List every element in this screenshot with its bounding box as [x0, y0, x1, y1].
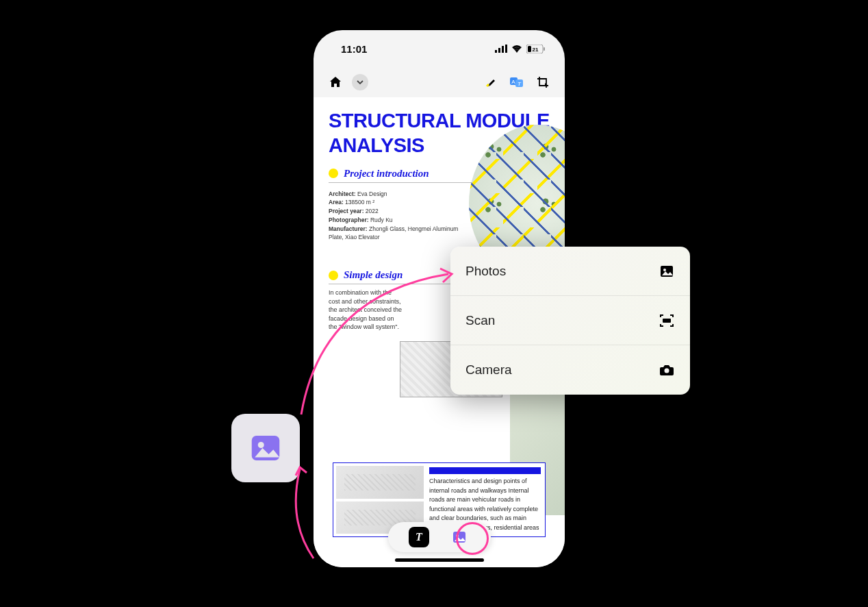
status-time: 11:01 — [341, 43, 367, 55]
text-mode-button[interactable]: T — [409, 527, 429, 547]
bullet-icon — [329, 271, 338, 280]
image-tool-callout — [231, 414, 300, 482]
mode-switcher-pill: T — [388, 522, 491, 552]
svg-rect-1 — [498, 48, 500, 53]
image-icon — [451, 529, 468, 545]
translate-tool-button[interactable]: AT — [507, 73, 526, 92]
chevron-down-button[interactable] — [352, 74, 368, 90]
svg-point-15 — [258, 442, 264, 448]
photos-icon — [659, 263, 675, 280]
wifi-icon — [511, 45, 522, 53]
svg-point-17 — [663, 269, 666, 271]
image-mode-button[interactable] — [449, 527, 470, 547]
crop-icon — [537, 76, 549, 88]
popup-item-scan[interactable]: Scan — [450, 296, 690, 345]
bullet-icon — [329, 169, 338, 178]
svg-rect-6 — [528, 46, 531, 52]
home-indicator[interactable] — [395, 558, 484, 562]
highlight-tool-button[interactable] — [481, 73, 500, 92]
section-header-intro: Project introduction — [329, 168, 472, 183]
battery-icon: 21 — [526, 45, 546, 53]
scan-icon — [659, 312, 675, 329]
cellular-icon — [495, 45, 507, 53]
chevron-down-icon — [356, 78, 364, 86]
image-icon — [247, 430, 284, 467]
svg-rect-18 — [663, 319, 671, 323]
popup-item-camera[interactable]: Camera — [450, 345, 690, 395]
svg-rect-5 — [544, 47, 545, 51]
camera-icon — [659, 362, 675, 378]
svg-point-13 — [456, 534, 459, 537]
status-right: 21 — [495, 45, 546, 53]
highlighter-icon — [485, 76, 497, 88]
section-body: In combination with the cost and other c… — [329, 288, 404, 332]
image-source-popup: Photos Scan Camera — [450, 247, 690, 395]
popup-item-photos[interactable]: Photos — [450, 247, 690, 296]
svg-rect-0 — [495, 50, 497, 53]
svg-text:21: 21 — [533, 47, 539, 53]
popup-item-label: Camera — [465, 362, 512, 377]
project-meta: Architect: Eva Design Area: 138500 m ² P… — [329, 190, 465, 243]
crop-tool-button[interactable] — [533, 73, 552, 92]
svg-rect-3 — [505, 45, 507, 53]
popup-item-label: Photos — [465, 264, 506, 279]
home-icon — [329, 75, 342, 89]
svg-rect-2 — [502, 46, 504, 53]
status-bar: 11:01 21 — [314, 30, 565, 67]
svg-text:A: A — [511, 79, 515, 85]
popup-item-label: Scan — [465, 313, 495, 328]
app-toolbar: AT — [314, 67, 565, 97]
thumb-image — [336, 466, 424, 499]
svg-point-19 — [665, 369, 669, 373]
home-button[interactable] — [326, 73, 345, 92]
translate-icon: AT — [510, 76, 524, 88]
